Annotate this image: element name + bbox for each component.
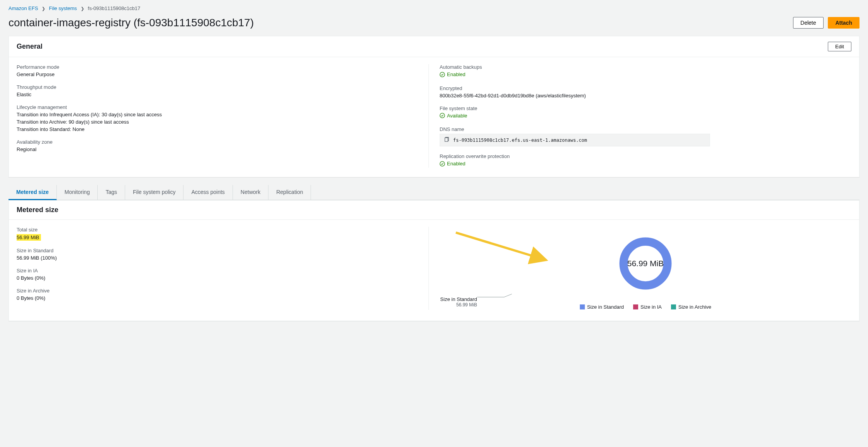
automatic-backups-label: Automatic backups xyxy=(440,64,851,70)
metered-size-donut-chart: 56.99 MiB xyxy=(617,235,674,292)
svg-rect-2 xyxy=(445,138,448,142)
tab-replication[interactable]: Replication xyxy=(268,185,311,200)
breadcrumb-parent[interactable]: File systems xyxy=(49,5,77,11)
donut-center-label: 56.99 MiB xyxy=(617,235,674,292)
lifecycle-values: Transition into Infrequent Access (IA): … xyxy=(17,112,428,132)
throughput-mode-value: Elastic xyxy=(17,92,428,97)
copy-icon[interactable] xyxy=(444,137,449,143)
throughput-mode-label: Throughput mode xyxy=(17,84,428,90)
tab-metered-size[interactable]: Metered size xyxy=(8,185,57,200)
breadcrumb-root[interactable]: Amazon EFS xyxy=(8,5,38,11)
automatic-backups-value: Enabled xyxy=(440,71,465,77)
general-panel: General Edit Performance mode General Pu… xyxy=(8,36,860,177)
metered-size-panel: Metered size Total size 56.99 MiB Size i… xyxy=(8,200,860,321)
page-title: container-images-registry (fs-093b111590… xyxy=(8,17,254,29)
legend-ia: Size in IA xyxy=(633,304,662,310)
chart-legend: Size in Standard Size in IA Size in Arch… xyxy=(580,304,712,310)
dns-name-box: fs-093b1115908c1cb17.efs.us-east-1.amazo… xyxy=(440,134,710,146)
check-circle-icon xyxy=(440,72,445,77)
breadcrumb-current: fs-093b1115908c1cb17 xyxy=(88,5,140,11)
tab-network[interactable]: Network xyxy=(233,185,268,200)
tab-tags[interactable]: Tags xyxy=(98,185,125,200)
check-circle-icon xyxy=(440,113,445,118)
size-ia-label: Size in IA xyxy=(17,268,428,274)
lifecycle-archive: Transition into Archive: 90 day(s) since… xyxy=(17,119,428,125)
edit-button[interactable]: Edit xyxy=(828,42,851,51)
check-circle-icon xyxy=(440,161,445,167)
tab-monitoring[interactable]: Monitoring xyxy=(57,185,98,200)
size-archive-label: Size in Archive xyxy=(17,288,428,294)
legend-standard: Size in Standard xyxy=(580,304,624,310)
size-ia-value: 0 Bytes (0%) xyxy=(17,275,428,281)
performance-mode-value: General Purpose xyxy=(17,71,428,77)
general-heading: General xyxy=(17,42,42,51)
total-size-label: Total size xyxy=(17,227,428,233)
chevron-right-icon: ❯ xyxy=(81,6,84,11)
replication-protection-value: Enabled xyxy=(440,161,465,167)
size-standard-label: Size in Standard xyxy=(17,248,428,253)
tab-access-points[interactable]: Access points xyxy=(183,185,233,200)
file-system-state-label: File system state xyxy=(440,105,851,111)
delete-button[interactable]: Delete xyxy=(793,17,823,29)
lifecycle-label: Lifecycle management xyxy=(17,104,428,110)
size-archive-value: 0 Bytes (0%) xyxy=(17,295,428,301)
total-size-value: 56.99 MiB xyxy=(17,234,428,241)
dns-name-label: DNS name xyxy=(440,126,851,132)
availability-zone-label: Availability zone xyxy=(17,139,428,145)
encrypted-value: 800b32e8-55f6-42bd-92d1-d0db9d19bd8e (aw… xyxy=(440,93,851,99)
encrypted-label: Encrypted xyxy=(440,85,851,91)
replication-protection-label: Replication overwrite protection xyxy=(440,153,851,159)
dns-name-value: fs-093b1115908c1cb17.efs.us-east-1.amazo… xyxy=(453,138,587,143)
lifecycle-ia: Transition into Infrequent Access (IA): … xyxy=(17,112,428,117)
tab-file-system-policy[interactable]: File system policy xyxy=(125,185,183,200)
size-standard-value: 56.99 MiB (100%) xyxy=(17,255,428,261)
annotation-arrow-icon xyxy=(452,227,552,273)
availability-zone-value: Regional xyxy=(17,146,428,152)
metered-size-heading: Metered size xyxy=(17,206,58,214)
attach-button[interactable]: Attach xyxy=(828,17,860,29)
breadcrumb: Amazon EFS ❯ File systems ❯ fs-093b11159… xyxy=(8,5,860,11)
tabs: Metered size Monitoring Tags File system… xyxy=(8,185,860,200)
legend-archive: Size in Archive xyxy=(671,304,711,310)
donut-leader-label: Size in Standard 56.99 MiB xyxy=(384,296,477,308)
svg-line-4 xyxy=(456,233,545,260)
lifecycle-standard: Transition into Standard: None xyxy=(17,126,428,132)
file-system-state-value: Available xyxy=(440,113,467,119)
chevron-right-icon: ❯ xyxy=(42,6,45,11)
performance-mode-label: Performance mode xyxy=(17,64,428,70)
